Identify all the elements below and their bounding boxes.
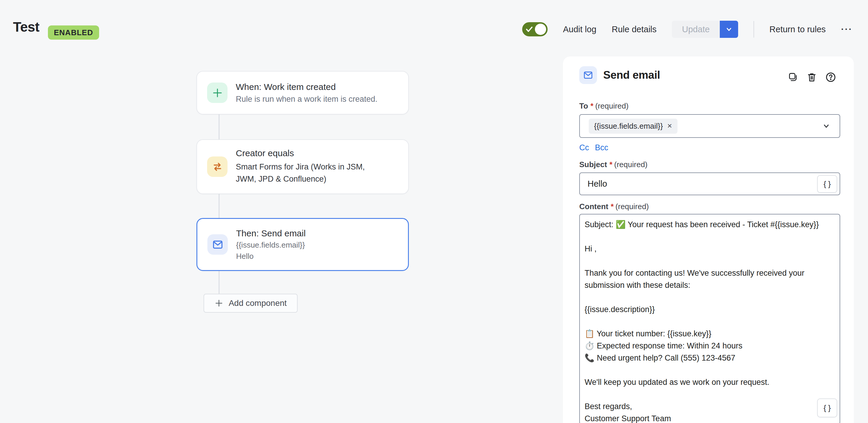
audit-log-button[interactable]: Audit log: [563, 25, 596, 34]
connector-line: [219, 270, 219, 294]
required-asterisk: *: [588, 101, 595, 110]
panel-actions: [787, 71, 837, 83]
action-description-1: {{issue.fields.email}}: [236, 240, 306, 250]
action-card[interactable]: Then: Send email {{issue.fields.email}} …: [196, 218, 409, 271]
required-asterisk: *: [607, 160, 614, 169]
smart-values-button[interactable]: { }: [817, 398, 837, 417]
cc-bcc-links: Cc Bcc: [579, 143, 608, 152]
subject-label: Subject*(required): [579, 160, 648, 169]
action-description-2: Hello: [236, 252, 306, 261]
required-text: (required): [615, 202, 649, 211]
recipient-chip-label: {{issue.fields.email}}: [594, 122, 663, 131]
delete-button[interactable]: [806, 71, 818, 83]
chevron-down-icon: [822, 122, 831, 130]
trigger-description: Rule is run when a work item is created.: [236, 95, 377, 104]
connector-line: [219, 194, 219, 219]
chevron-down-icon: [725, 25, 733, 33]
recipient-chip[interactable]: {{issue.fields.email}} ✕: [589, 119, 678, 134]
email-icon: [207, 234, 228, 255]
subject-label-text: Subject: [579, 160, 607, 169]
content-editor[interactable]: Subject: ✅ Your request has been receive…: [579, 214, 840, 423]
to-label: To*(required): [579, 101, 629, 110]
trigger-card[interactable]: When: Work item created Rule is run when…: [196, 71, 409, 115]
smart-values-button[interactable]: { }: [817, 175, 837, 193]
content-text[interactable]: Subject: ✅ Your request has been receive…: [580, 215, 840, 423]
required-text: (required): [614, 160, 648, 169]
plus-icon: [207, 83, 227, 103]
bcc-link[interactable]: Bcc: [595, 143, 608, 152]
help-button[interactable]: [825, 71, 837, 83]
content-label-text: Content: [579, 202, 608, 211]
trash-icon: [807, 72, 817, 82]
update-button[interactable]: Update: [672, 21, 720, 38]
trigger-title: When: Work item created: [236, 82, 377, 92]
connector-line: [219, 114, 219, 140]
add-component-label: Add component: [229, 298, 287, 308]
rule-details-button[interactable]: Rule details: [612, 25, 657, 34]
update-dropdown-button[interactable]: [720, 21, 738, 38]
status-badge: ENABLED: [48, 26, 99, 40]
send-email-config-panel: Send email To*(required): [563, 57, 854, 423]
toolbar: Audit log Rule details Update Return to …: [522, 20, 852, 38]
page-title: Test: [13, 19, 39, 35]
condition-title: Creator equals: [236, 148, 381, 158]
to-dropdown-button[interactable]: [822, 122, 831, 130]
condition-card[interactable]: Creator equals Smart Forms for Jira (Wor…: [196, 139, 409, 194]
cc-link[interactable]: Cc: [579, 143, 589, 152]
subject-input[interactable]: Hello { }: [579, 172, 840, 195]
toggle-knob: [535, 24, 546, 35]
subject-value: Hello: [588, 179, 607, 189]
action-title: Then: Send email: [236, 228, 306, 238]
check-icon: [525, 26, 533, 33]
question-icon: [826, 72, 836, 83]
condition-description: Smart Forms for Jira (Works in JSM, JWM,…: [236, 161, 381, 185]
required-text: (required): [595, 101, 629, 110]
content-label: Content*(required): [579, 202, 649, 211]
swap-arrows-icon: [207, 157, 227, 177]
condition-card-text: Creator equals Smart Forms for Jira (Wor…: [236, 148, 381, 185]
more-options-button[interactable]: ···: [841, 24, 852, 34]
email-icon: [579, 66, 597, 84]
action-card-text: Then: Send email {{issue.fields.email}} …: [236, 228, 306, 261]
update-split-button: Update: [672, 21, 738, 38]
required-asterisk: *: [608, 202, 615, 211]
to-input[interactable]: {{issue.fields.email}} ✕: [579, 114, 840, 138]
plus-icon: [215, 299, 223, 307]
rule-enabled-toggle[interactable]: [522, 22, 548, 36]
duplicate-button[interactable]: [787, 71, 799, 83]
to-label-text: To: [579, 101, 588, 110]
trigger-card-text: When: Work item created Rule is run when…: [236, 82, 377, 104]
return-to-rules-button[interactable]: Return to rules: [770, 25, 826, 34]
copy-icon: [788, 72, 798, 82]
panel-title: Send email: [603, 69, 660, 82]
chip-remove-icon[interactable]: ✕: [667, 123, 673, 130]
add-component-button[interactable]: Add component: [204, 294, 298, 313]
toolbar-divider: [753, 21, 754, 38]
